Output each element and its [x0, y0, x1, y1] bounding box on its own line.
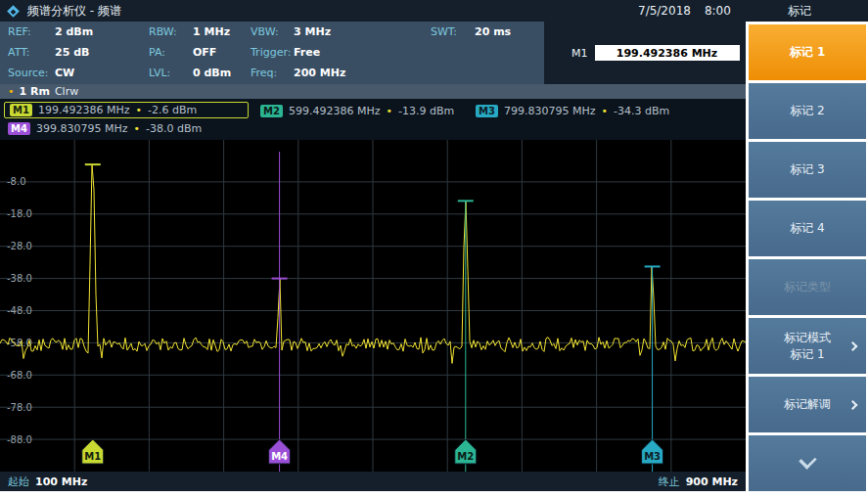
- marker-flag-label-m1: M1: [84, 451, 101, 462]
- marker-badge-m3: M3: [476, 105, 498, 117]
- m1-field-label: M1: [571, 47, 588, 60]
- marker-flag-label-m2: M2: [457, 451, 474, 462]
- spectrum-graph-area: -8.0-18.0-28.0-38.0-48.0-58.0-68.0-78.0-…: [0, 140, 746, 472]
- trace-info-bar: • 1 Rm Clrw: [0, 84, 746, 99]
- marker-badge-m2: M2: [260, 105, 283, 117]
- marker-bullet-icon: •: [386, 105, 392, 117]
- spectrum-plot: -8.0-18.0-28.0-38.0-48.0-58.0-68.0-78.0-…: [0, 140, 746, 472]
- submenu-arrow-icon: [848, 400, 858, 410]
- y-axis-tick-label: -18.0: [7, 208, 32, 219]
- marker-bullet-icon: •: [133, 122, 140, 135]
- marker-level-m2: -13.9 dBm: [398, 105, 454, 117]
- freq-value: 200 MHz: [294, 67, 345, 79]
- swt-label: SWT:: [431, 25, 475, 38]
- stop-value: 900 MHz: [686, 475, 738, 488]
- marker-readout-m1-box[interactable]: M1 199.492386 MHz • -2.6 dBm: [4, 102, 249, 118]
- softkey-panel-title: 标记: [746, 3, 853, 20]
- time-text: 8:00: [705, 4, 731, 18]
- settings-panel: REF:2 dBm RBW:1 MHz VBW:3 MHz SWT:20 ms …: [0, 22, 746, 84]
- softkey-marker-3[interactable]: 标记 3: [749, 142, 866, 198]
- marker-level-m4: -38.0 dBm: [146, 122, 202, 135]
- marker-badge-m4: M4: [8, 122, 30, 135]
- y-axis-tick-label: -78.0: [7, 402, 32, 413]
- rbw-value: 1 MHz: [193, 25, 230, 38]
- softkey-marker-mode[interactable]: 标记模式 标记 1: [749, 318, 866, 374]
- marker-bullet-icon: •: [135, 104, 142, 116]
- trace-bullet-icon: •: [8, 85, 15, 98]
- softkey-marker-1[interactable]: 标记 1: [749, 24, 866, 80]
- m1-frequency-input[interactable]: [595, 45, 740, 61]
- marker-badge-m1: M1: [10, 104, 32, 116]
- marker-frequency-field: M1: [571, 45, 740, 61]
- marker-flag-label-m3: M3: [644, 451, 661, 462]
- lvl-label: LVL:: [149, 67, 193, 79]
- window-title: 频谱分析仪 - 频谱: [27, 3, 121, 20]
- datetime: 7/5/2018 8:00: [638, 4, 731, 18]
- spectrum-analyzer-window: 频谱分析仪 - 频谱 7/5/2018 8:00 标记 REF:2 dBm RB…: [0, 0, 868, 498]
- y-axis-tick-label: -28.0: [7, 241, 32, 251]
- y-axis-tick-label: -38.0: [7, 273, 32, 284]
- y-axis-tick-label: -48.0: [7, 305, 32, 316]
- ref-label: REF:: [8, 25, 55, 38]
- trace-name: 1 Rm: [20, 85, 50, 98]
- marker-level-m3: -34.3 dBm: [614, 105, 669, 117]
- softkey-more[interactable]: [749, 435, 866, 491]
- marker-readout-m3: M3 799.830795 MHz • -34.3 dBm: [476, 103, 669, 119]
- marker-bullet-icon: •: [601, 105, 608, 117]
- marker-readout-m2: M2 599.492386 MHz • -13.9 dBm: [260, 103, 454, 119]
- start-value: 100 MHz: [35, 475, 87, 488]
- att-label: ATT:: [8, 46, 55, 59]
- marker-freq-m3: 799.830795 MHz: [504, 105, 596, 117]
- swt-value: 20 ms: [475, 25, 511, 38]
- pa-label: PA:: [149, 46, 193, 59]
- softkey-sidebar: 标记 1 标记 2 标记 3 标记 4 标记类型 标记模式 标记 1 标记解调: [746, 22, 868, 491]
- main-area: REF:2 dBm RBW:1 MHz VBW:3 MHz SWT:20 ms …: [0, 22, 746, 491]
- submenu-arrow-icon: [848, 341, 858, 351]
- marker-freq-m4: 399.830795 MHz: [36, 122, 128, 135]
- chevron-down-icon: [799, 451, 816, 469]
- trace-mode: Clrw: [55, 85, 78, 98]
- y-axis-tick-label: -88.0: [7, 434, 32, 445]
- date-text: 7/5/2018: [638, 4, 691, 18]
- frequency-axis-bar: 起始100 MHz 终止900 MHz: [0, 472, 746, 491]
- marker-freq-m2: 599.492386 MHz: [289, 105, 381, 117]
- stop-frequency: 终止900 MHz: [659, 475, 738, 489]
- marker-level-m1: -2.6 dBm: [148, 104, 197, 116]
- lvl-value: 0 dBm: [193, 67, 231, 79]
- rbw-label: RBW:: [149, 25, 193, 38]
- vbw-value: 3 MHz: [294, 25, 331, 38]
- marker-readout-m4: M4 399.830795 MHz • -38.0 dBm: [8, 120, 202, 137]
- source-label: Source:: [8, 67, 55, 79]
- softkey-marker-demod[interactable]: 标记解调: [749, 377, 866, 432]
- pa-value: OFF: [193, 46, 216, 59]
- marker-flag-label-m4: M4: [271, 451, 288, 462]
- vbw-label: VBW:: [251, 25, 294, 38]
- trigger-value: Free: [294, 46, 320, 59]
- ref-value: 2 dBm: [55, 25, 93, 38]
- stop-label: 终止: [659, 475, 680, 488]
- softkey-marker-4[interactable]: 标记 4: [749, 201, 866, 256]
- source-value: CW: [55, 67, 74, 79]
- marker-readout-panel: M1 199.492386 MHz • -2.6 dBm M2 599.4923…: [0, 99, 746, 140]
- y-axis-tick-label: -8.0: [7, 176, 26, 187]
- marker-freq-m1: 199.492386 MHz: [38, 104, 130, 116]
- softkey-marker-2[interactable]: 标记 2: [749, 83, 866, 139]
- softkey-marker-type: 标记类型: [749, 259, 866, 315]
- start-label: 起始: [8, 475, 29, 488]
- app-logo-icon: [7, 5, 20, 18]
- y-axis-tick-label: -68.0: [7, 370, 32, 381]
- start-frequency: 起始100 MHz: [8, 475, 87, 489]
- trigger-label: Trigger:: [251, 46, 294, 59]
- att-value: 25 dB: [55, 46, 89, 59]
- title-bar: 频谱分析仪 - 频谱 7/5/2018 8:00 标记: [0, 0, 868, 22]
- freq-label: Freq:: [251, 67, 294, 79]
